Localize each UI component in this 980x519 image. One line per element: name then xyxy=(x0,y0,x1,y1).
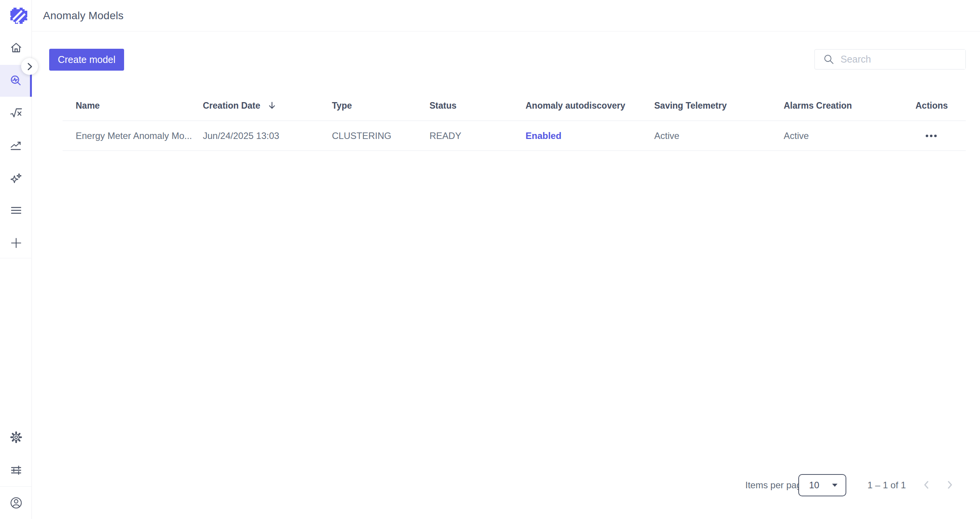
column-header-creation-date[interactable]: Creation Date xyxy=(203,101,332,111)
page-title: Anomaly Models xyxy=(43,10,124,22)
column-header-name: Name xyxy=(76,101,203,111)
home-icon xyxy=(10,41,23,55)
page-size-value: 10 xyxy=(809,480,819,491)
cell-status: READY xyxy=(429,131,526,141)
sidebar-item-menu[interactable] xyxy=(7,201,25,220)
page-size-select[interactable]: 10 xyxy=(798,474,846,496)
sliders-icon xyxy=(10,464,23,477)
table-row[interactable]: Energy Meter Anomaly Mo... Jun/24/2025 1… xyxy=(63,121,966,151)
column-header-anomaly-autodiscovery: Anomaly autodiscovery xyxy=(526,101,654,111)
menu-icon xyxy=(10,204,23,217)
main-content: Create model Name Creation Date Type xyxy=(32,31,980,519)
anomaly-models-table: Name Creation Date Type Status Anomaly a… xyxy=(63,91,966,151)
chevron-right-icon xyxy=(943,478,956,491)
search-input[interactable] xyxy=(841,50,965,69)
gear-icon xyxy=(10,431,23,444)
sidebar-item-ai[interactable] xyxy=(7,169,25,187)
dropdown-caret-icon xyxy=(832,483,838,487)
sidebar-expand-button[interactable] xyxy=(21,58,38,75)
cell-type: CLUSTERING xyxy=(332,131,429,141)
next-page-button[interactable] xyxy=(940,476,959,494)
page-range-label: 1 – 1 of 1 xyxy=(867,480,906,491)
sort-descending-icon xyxy=(267,101,277,110)
chevron-right-icon xyxy=(23,60,36,73)
sidebar-item-trends[interactable] xyxy=(7,136,25,155)
previous-page-button[interactable] xyxy=(917,476,936,494)
cell-anomaly-autodiscovery: Enabled xyxy=(526,131,654,141)
cell-saving-telemetry: Active xyxy=(654,131,784,141)
sidebar-item-settings[interactable] xyxy=(7,428,25,446)
sparkles-icon xyxy=(10,172,23,185)
sidebar-item-add[interactable] xyxy=(7,234,25,252)
column-header-alarms-creation: Alarms Creation xyxy=(784,101,915,111)
plus-icon xyxy=(10,236,23,250)
sqrt-function-icon xyxy=(10,106,23,119)
trending-up-icon xyxy=(10,139,23,152)
sidebar-divider xyxy=(0,258,32,258)
anomaly-search-icon xyxy=(10,74,23,88)
sidebar-item-profile[interactable] xyxy=(7,494,25,512)
cell-creation-date: Jun/24/2025 13:03 xyxy=(203,131,332,141)
table-header-row: Name Creation Date Type Status Anomaly a… xyxy=(63,91,966,121)
sidebar-item-functions[interactable] xyxy=(7,104,25,122)
column-header-actions: Actions xyxy=(915,101,966,111)
logo-icon xyxy=(10,8,27,25)
top-bar: Anomaly Models xyxy=(32,0,980,31)
chevron-left-icon xyxy=(920,478,933,491)
row-actions-menu-button[interactable] xyxy=(925,128,937,144)
column-header-status: Status xyxy=(429,101,526,111)
search-icon xyxy=(823,54,834,65)
sidebar xyxy=(0,0,32,519)
create-model-button[interactable]: Create model xyxy=(49,49,124,71)
ellipsis-icon xyxy=(925,134,937,138)
cell-alarms-creation: Active xyxy=(784,131,915,141)
profile-icon xyxy=(10,496,23,509)
search-box xyxy=(814,49,966,69)
app-window: Anomaly Models Create model Name Creatio… xyxy=(0,0,980,519)
sidebar-divider xyxy=(0,486,32,487)
column-header-saving-telemetry: Saving Telemetry xyxy=(654,101,784,111)
items-per-page-label: Items per page xyxy=(745,480,807,491)
sidebar-item-home[interactable] xyxy=(7,39,25,57)
app-logo xyxy=(10,8,27,25)
cell-name: Energy Meter Anomaly Mo... xyxy=(76,131,203,141)
sidebar-item-preferences[interactable] xyxy=(7,461,25,479)
column-header-type: Type xyxy=(332,101,429,111)
